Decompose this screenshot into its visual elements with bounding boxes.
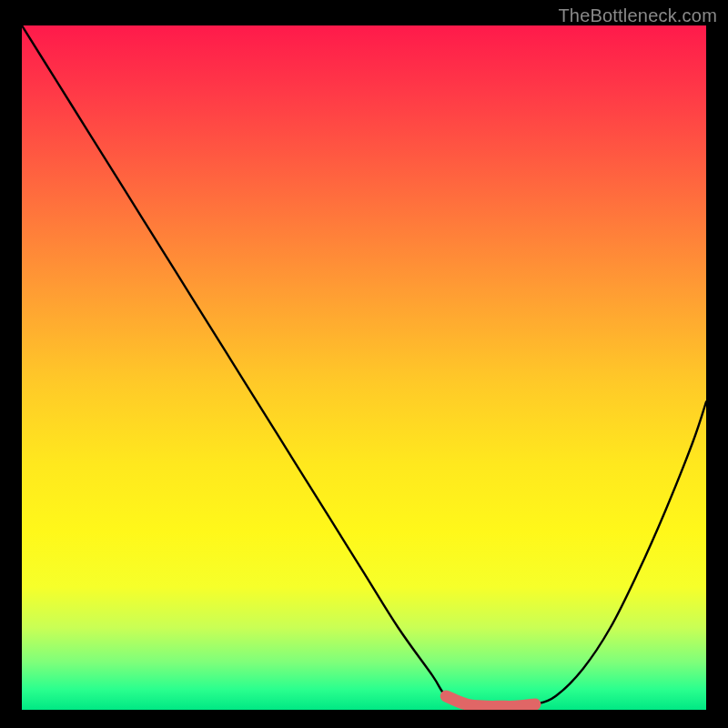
bottleneck-curve [22,25,706,706]
plot-area [22,25,706,710]
chart-frame: TheBottleneck.com [0,0,728,728]
optimal-range-highlight [446,696,535,706]
curve-overlay [22,25,706,710]
watermark: TheBottleneck.com [558,5,717,26]
